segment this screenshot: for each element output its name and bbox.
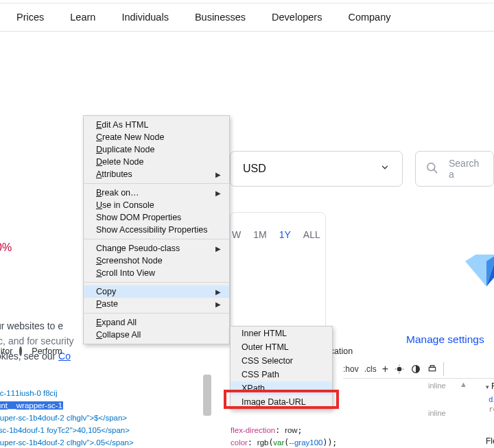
submenu-arrow-icon: ▶ xyxy=(215,245,221,252)
svg-rect-11 xyxy=(429,367,435,370)
page-body: USD Search a W 1M 1Y ALL 0% ur websites … xyxy=(0,32,494,320)
right-card: Manage settings xyxy=(357,210,494,354)
time-range-tabs: W 1M 1Y ALL xyxy=(231,213,325,240)
ctx-duplicate-node[interactable]: Duplicate Node xyxy=(84,143,229,156)
currency-select[interactable]: USD xyxy=(230,151,403,187)
sub-css-path[interactable]: CSS Path xyxy=(231,368,332,381)
chevron-down-icon xyxy=(380,163,390,175)
highlight-box xyxy=(224,390,339,409)
tab-editor[interactable]: ditor xyxy=(0,346,12,356)
submenu-arrow-icon: ▶ xyxy=(215,171,221,178)
svg-point-5 xyxy=(397,366,402,371)
ctx-delete-node[interactable]: Delete Node xyxy=(84,156,229,168)
ctx-break-on[interactable]: Break on…▶ xyxy=(84,187,229,199)
range-1y[interactable]: 1Y xyxy=(279,229,291,240)
style-rules[interactable]: flex-direction: row; color: rgb(var(--gr… xyxy=(231,424,337,448)
ctx-change-pseudo-class[interactable]: Change Pseudo-class▶ xyxy=(84,242,229,255)
search-input[interactable]: Search a xyxy=(415,151,494,187)
nav-company[interactable]: Company xyxy=(348,12,390,23)
cookie-line1: ur websites to e xyxy=(0,320,63,331)
submenu-arrow-icon: ▶ xyxy=(215,288,221,296)
manage-settings-link[interactable]: Manage settings xyxy=(406,333,484,346)
performance-icon xyxy=(19,346,22,356)
search-icon xyxy=(425,161,439,177)
ctx-use-in-console[interactable]: Use in Console xyxy=(84,199,229,211)
selected-node[interactable]: unt__wrapper-sc-1 xyxy=(0,401,63,410)
ctx-paste[interactable]: Paste▶ xyxy=(84,298,229,310)
light-dark-icon[interactable] xyxy=(394,364,405,375)
svg-rect-12 xyxy=(430,365,434,367)
tab-application[interactable]: cation xyxy=(330,346,353,356)
add-rule-button[interactable]: + xyxy=(382,363,388,375)
nav-individuals[interactable]: Individuals xyxy=(121,12,169,23)
main-nav: Prices Learn Individuals Businesses Deve… xyxy=(0,3,494,32)
ctx-group-1: Edit As HTML Create New Node Duplicate N… xyxy=(84,116,229,183)
ctx-show-a11y-props[interactable]: Show Accessibility Properties xyxy=(84,224,229,236)
ctx-scroll-into-view[interactable]: Scroll Into View xyxy=(84,267,229,279)
range-all[interactable]: ALL xyxy=(303,229,320,240)
context-menu: Edit As HTML Create New Node Duplicate N… xyxy=(83,115,230,344)
ctx-screenshot-node[interactable]: Screenshot Node xyxy=(84,255,229,267)
submenu-arrow-icon: ▶ xyxy=(215,300,221,308)
tab-performance[interactable]: Perform xyxy=(32,346,62,356)
ctx-collapse-all[interactable]: Collapse All xyxy=(84,329,229,341)
ctx-create-new-node[interactable]: Create New Node xyxy=(84,131,229,143)
sub-inner-html[interactable]: Inner HTML xyxy=(231,327,332,340)
sub-outer-html[interactable]: Outer HTML xyxy=(231,340,332,354)
sub-css-selector[interactable]: CSS Selector xyxy=(231,354,332,368)
range-w[interactable]: W xyxy=(232,229,241,240)
nav-prices[interactable]: Prices xyxy=(16,12,44,23)
gem-icon xyxy=(465,255,494,287)
contrast-icon[interactable] xyxy=(410,364,421,375)
ctx-expand-all[interactable]: Expand All xyxy=(84,316,229,329)
hov-toggle[interactable]: :hov xyxy=(343,364,359,374)
submenu-arrow-icon: ▶ xyxy=(215,189,221,197)
ctx-show-dom-props[interactable]: Show DOM Properties xyxy=(84,211,229,224)
nav-learn[interactable]: Learn xyxy=(70,12,95,23)
cls-toggle[interactable]: .cls xyxy=(364,364,377,374)
percent-change: 0% xyxy=(0,241,12,254)
print-icon[interactable] xyxy=(427,364,438,375)
nav-developers[interactable]: Developers xyxy=(272,12,322,23)
range-1m[interactable]: 1M xyxy=(253,229,266,240)
ctx-edit-as-html[interactable]: Edit As HTML xyxy=(84,119,229,131)
search-placeholder: Search a xyxy=(449,158,484,180)
ctx-copy[interactable]: Copy▶ xyxy=(84,285,229,298)
ctx-attributes[interactable]: Attributes▶ xyxy=(84,168,229,180)
svg-line-1 xyxy=(434,169,437,172)
nav-businesses[interactable]: Businesses xyxy=(195,12,246,23)
currency-value: USD xyxy=(243,163,266,175)
